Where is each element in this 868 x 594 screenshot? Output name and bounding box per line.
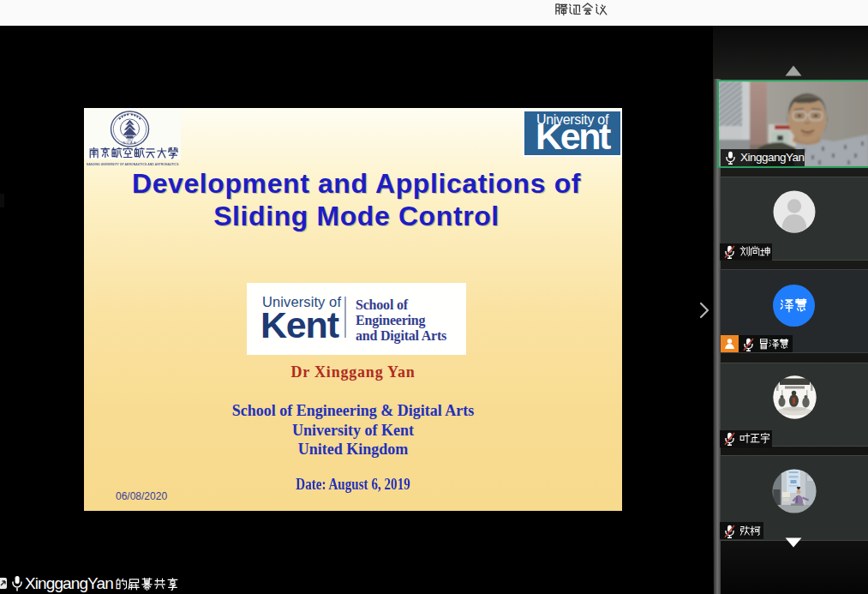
svg-text:NUAA: NUAA — [123, 141, 137, 145]
